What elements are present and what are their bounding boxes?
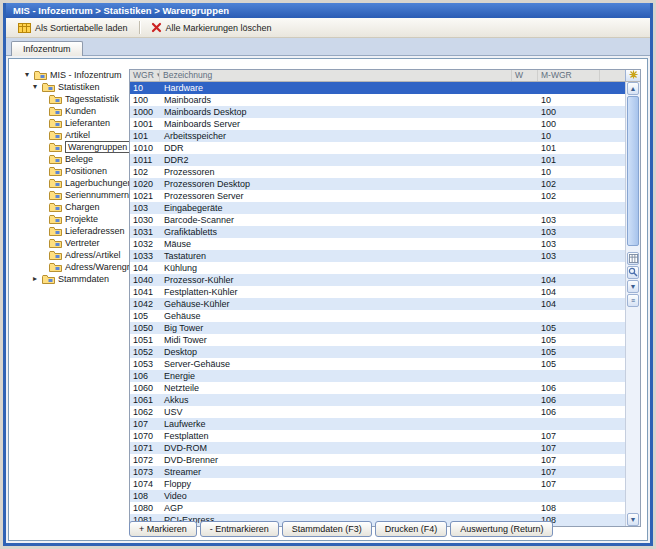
tree-item-lieferadressen[interactable]: Lieferadressen — [25, 225, 131, 237]
cell-wgr: 1074 — [130, 478, 160, 490]
column-select-button[interactable] — [625, 70, 640, 81]
tree-item-positionen[interactable]: Positionen — [25, 165, 131, 177]
cell-wgr: 1040 — [130, 274, 160, 286]
tree-item-stammdaten[interactable]: ▸Stammdaten — [25, 273, 131, 285]
print-button[interactable]: Drucken (F4) — [375, 521, 448, 537]
tree-item-adress-warengruppen[interactable]: Adress/Warengruppen — [25, 261, 131, 273]
menu-button[interactable]: ≡ — [627, 294, 639, 307]
auswertung-button[interactable]: Auswertung (Return) — [450, 521, 553, 537]
cell-bezeichnung: Prozessoren — [160, 166, 512, 178]
cell-mwgr: 104 — [538, 274, 600, 286]
table-row-1051[interactable]: 1051Midi Tower105 — [130, 334, 625, 346]
table-row-10[interactable]: 10Hardware — [130, 82, 625, 94]
cell-mwgr — [538, 418, 600, 430]
table-row-1032[interactable]: 1032Mäuse103 — [130, 238, 625, 250]
tree-item-statistiken[interactable]: ▾Statistiken — [25, 81, 131, 93]
expand-icon[interactable]: ▸ — [33, 273, 42, 285]
table-row-108[interactable]: 108Video — [130, 490, 625, 502]
scroll-down-button[interactable]: ▼ — [627, 513, 639, 526]
table-row-1010[interactable]: 1010DDR101 — [130, 142, 625, 154]
table-row-1000[interactable]: 1000Mainboards Desktop100 — [130, 106, 625, 118]
table-row-1072[interactable]: 1072DVD-Brenner107 — [130, 454, 625, 466]
collapse-icon[interactable]: ▾ — [25, 69, 34, 81]
column-header-w[interactable]: W — [512, 70, 538, 81]
cell-bezeichnung: Streamer — [160, 466, 512, 478]
table-row-1001[interactable]: 1001Mainboards Server100 — [130, 118, 625, 130]
tree-item-projekte[interactable]: Projekte — [25, 213, 131, 225]
cell-bezeichnung: Energie — [160, 370, 512, 382]
stammdaten-button[interactable]: Stammdaten (F3) — [282, 521, 372, 537]
table-row-1041[interactable]: 1041Festplatten-Kühler104 — [130, 286, 625, 298]
table-row-1070[interactable]: 1070Festplatten107 — [130, 430, 625, 442]
folder-icon — [49, 130, 62, 141]
tree-item-label: Projekte — [65, 214, 98, 224]
load-sort-table-button[interactable]: Als Sortiertabelle laden — [11, 20, 135, 36]
tree-item-artikel[interactable]: Artikel — [25, 129, 131, 141]
table-row-104[interactable]: 104Kühlung — [130, 262, 625, 274]
tree-item-adress-artikel[interactable]: Adress/Artikel — [25, 249, 131, 261]
search-button[interactable] — [627, 266, 639, 279]
table-row-1042[interactable]: 1042Gehäuse-Kühler104 — [130, 298, 625, 310]
scrollbar-thumb[interactable] — [627, 96, 639, 246]
cell-mwgr: 105 — [538, 334, 600, 346]
folder-icon — [49, 178, 62, 189]
tree-item-label: MIS - Infozentrum — [50, 70, 122, 80]
table-row-100[interactable]: 100Mainboards10 — [130, 94, 625, 106]
tree-item-warengruppen[interactable]: Warengruppen — [25, 141, 131, 153]
cell-mwgr: 107 — [538, 478, 600, 490]
cell-bezeichnung: Desktop — [160, 346, 512, 358]
table-row-1080[interactable]: 1080AGP108 — [130, 502, 625, 514]
table-row-106[interactable]: 106Energie — [130, 370, 625, 382]
vertical-scrollbar[interactable]: ▲ ▼ ≡ ▼ — [625, 82, 640, 526]
tab-infozentrum[interactable]: Infozentrum — [11, 41, 83, 56]
table-row-1020[interactable]: 1020Prozessoren Desktop102 — [130, 178, 625, 190]
cell-wgr: 1052 — [130, 346, 160, 358]
tree-item-lagerbuchungen[interactable]: Lagerbuchungen — [25, 177, 131, 189]
table-row-101[interactable]: 101Arbeitsspeicher10 — [130, 130, 625, 142]
table-row-1040[interactable]: 1040Prozessor-Kühler104 — [130, 274, 625, 286]
cell-bezeichnung: Gehäuse-Kühler — [160, 298, 512, 310]
table-row-1031[interactable]: 1031Grafiktabletts103 — [130, 226, 625, 238]
tree-item-mis-infozentrum[interactable]: ▾MIS - Infozentrum — [25, 69, 131, 81]
unmark-button[interactable]: - Entmarkieren — [200, 521, 279, 537]
cell-bezeichnung: Midi Tower — [160, 334, 512, 346]
tree-item-lieferanten[interactable]: Lieferanten — [25, 117, 131, 129]
column-header-mwgr[interactable]: M-WGR — [538, 70, 600, 81]
clear-all-marks-button[interactable]: Alle Markierungen löschen — [144, 20, 279, 36]
table-row-1053[interactable]: 1053Server-Gehäuse105 — [130, 358, 625, 370]
titlebar[interactable]: MIS - Infozentrum > Statistiken > Wareng… — [6, 3, 650, 18]
column-header-wgr[interactable]: WGR ▼ — [130, 70, 160, 81]
tree-item-chargen[interactable]: Chargen — [25, 201, 131, 213]
table-row-1050[interactable]: 1050Big Tower105 — [130, 322, 625, 334]
table-row-1073[interactable]: 1073Streamer107 — [130, 466, 625, 478]
cell-mwgr — [538, 262, 600, 274]
cell-w — [512, 118, 538, 130]
table-row-1021[interactable]: 1021Prozessoren Server102 — [130, 190, 625, 202]
columns-button[interactable] — [627, 252, 639, 265]
table-row-102[interactable]: 102Prozessoren10 — [130, 166, 625, 178]
table-row-1074[interactable]: 1074Floppy107 — [130, 478, 625, 490]
collapse-icon[interactable]: ▾ — [33, 81, 42, 93]
table-row-1033[interactable]: 1033Tastaturen103 — [130, 250, 625, 262]
table-row-1062[interactable]: 1062USV106 — [130, 406, 625, 418]
footer-buttons: + Markieren - Entmarkieren Stammdaten (F… — [129, 521, 553, 537]
table-row-105[interactable]: 105Gehäuse — [130, 310, 625, 322]
tree-item-tagesstatistik[interactable]: Tagesstatistik — [25, 93, 131, 105]
filter-button[interactable]: ▼ — [627, 280, 639, 293]
tree-item-kunden[interactable]: Kunden — [25, 105, 131, 117]
column-header-bezeichnung[interactable]: Bezeichnung — [160, 70, 512, 81]
table-row-1011[interactable]: 1011DDR2101 — [130, 154, 625, 166]
table-row-1060[interactable]: 1060Netzteile106 — [130, 382, 625, 394]
table-row-1071[interactable]: 1071DVD-ROM107 — [130, 442, 625, 454]
table-row-1052[interactable]: 1052Desktop105 — [130, 346, 625, 358]
mark-button[interactable]: + Markieren — [129, 521, 197, 537]
table-row-1061[interactable]: 1061Akkus106 — [130, 394, 625, 406]
table-row-107[interactable]: 107Laufwerke — [130, 418, 625, 430]
table-row-103[interactable]: 103Eingabegeräte — [130, 202, 625, 214]
scroll-up-button[interactable]: ▲ — [627, 82, 639, 95]
tree-item-seriennummern[interactable]: Seriennummern — [25, 189, 131, 201]
cell-wgr: 1061 — [130, 394, 160, 406]
tree-item-vertreter[interactable]: Vertreter — [25, 237, 131, 249]
tree-item-belege[interactable]: Belege — [25, 153, 131, 165]
table-row-1030[interactable]: 1030Barcode-Scanner103 — [130, 214, 625, 226]
